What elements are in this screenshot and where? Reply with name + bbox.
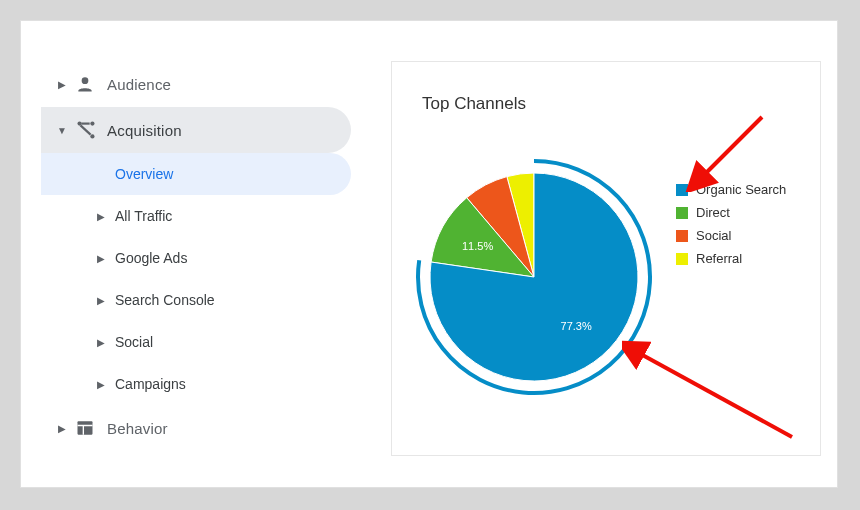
svg-line-10 [637,352,792,437]
subitem-label: All Traffic [115,208,172,224]
subitem-label: Search Console [115,292,215,308]
legend-swatch [676,207,688,219]
legend-label: Social [696,228,731,243]
subitem-google-ads[interactable]: ▶ Google Ads [41,237,351,279]
subitem-social[interactable]: ▶ Social [41,321,351,363]
svg-line-9 [702,117,762,177]
caret-right-icon: ▶ [97,253,115,264]
caret-right-icon: ▶ [97,295,115,306]
subitem-search-console[interactable]: ▶ Search Console [41,279,351,321]
subitem-label: Campaigns [115,376,186,392]
acquisition-submenu: Overview ▶ All Traffic ▶ Google Ads ▶ Se… [41,153,351,405]
caret-right-icon: ▶ [97,211,115,222]
subitem-campaigns[interactable]: ▶ Campaigns [41,363,351,405]
sidebar-item-label: Audience [107,76,171,93]
app-frame: ▶ Audience ▼ Acquisition Overview [20,20,838,488]
legend-item-direct[interactable]: Direct [676,205,786,220]
sidebar-item-behavior[interactable]: ▶ Behavior [41,405,351,451]
svg-point-2 [90,121,94,125]
sidebar: ▶ Audience ▼ Acquisition Overview [41,61,351,451]
sidebar-item-acquisition[interactable]: ▼ Acquisition [41,107,351,153]
legend-item-referral[interactable]: Referral [676,251,786,266]
annotation-arrow [622,337,802,447]
annotation-arrow [682,107,772,192]
caret-right-icon: ▶ [97,337,115,348]
legend-item-social[interactable]: Social [676,228,786,243]
caret-right-icon: ▶ [97,379,115,390]
subitem-label: Overview [115,166,173,182]
subitem-label: Social [115,334,153,350]
subitem-all-traffic[interactable]: ▶ All Traffic [41,195,351,237]
top-channels-card: Top Channels 11.5%77.3% Organic Search D… [391,61,821,456]
chart-legend: Organic Search Direct Social Referral [676,182,786,274]
svg-text:77.3%: 77.3% [561,320,592,332]
audience-icon [75,74,107,94]
svg-text:11.5%: 11.5% [462,240,493,252]
legend-label: Direct [696,205,730,220]
legend-label: Referral [696,251,742,266]
caret-right-icon: ▶ [53,79,71,90]
subitem-overview[interactable]: Overview [41,153,351,195]
legend-swatch [676,253,688,265]
sidebar-item-label: Behavior [107,420,168,437]
card-title: Top Channels [422,94,526,114]
svg-point-0 [82,77,89,84]
svg-point-3 [90,134,94,138]
caret-down-icon: ▼ [53,125,71,136]
legend-swatch [676,230,688,242]
sidebar-item-label: Acquisition [107,122,182,139]
behavior-icon [75,418,107,438]
sidebar-item-audience[interactable]: ▶ Audience [41,61,351,107]
pie-chart: 11.5%77.3% [414,157,654,397]
caret-right-icon: ▶ [53,423,71,434]
acquisition-icon [75,119,107,141]
subitem-label: Google Ads [115,250,187,266]
